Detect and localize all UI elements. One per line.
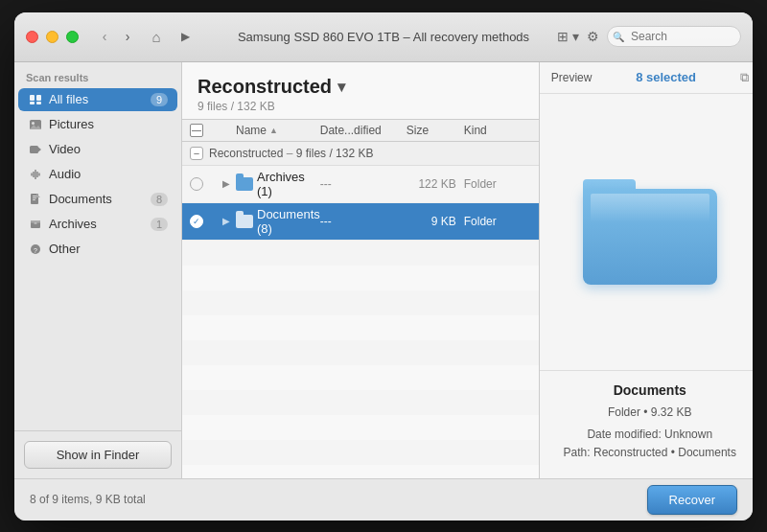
maximize-button[interactable] [66,31,79,43]
file-panel: Reconstructed ▾ 9 files / 132 KB — Name … [182,62,540,478]
sidebar-item-pictures[interactable]: Pictures [18,113,177,136]
preview-label: Preview [551,71,593,84]
archives-expand[interactable]: ▶ [217,178,236,189]
documents-checkbox[interactable]: ✓ [190,215,217,228]
folder-body [583,189,717,285]
svg-marker-8 [38,147,41,151]
preview-filename: Documents [555,382,745,398]
sidebar-item-archives[interactable]: Archives 1 [18,213,177,236]
sidebar-label-archives: Archives [49,217,145,231]
empty-row-1 [182,241,539,266]
show-in-finder-button[interactable]: Show in Finder [24,441,172,469]
archives-checkbox[interactable] [190,177,217,191]
preview-date-line: Date modified: Unknown [555,426,745,444]
svg-rect-10 [33,196,36,197]
svg-point-5 [32,122,35,125]
sidebar-item-audio[interactable]: Audio [18,163,177,186]
status-text: 8 of 9 items, 9 KB total [30,493,647,506]
documents-folder-icon [236,215,253,228]
dropdown-arrow-icon[interactable]: ▾ [337,78,345,96]
recover-button[interactable]: Recover [647,485,737,515]
empty-row-8 [182,415,539,440]
window-title: Samsung SSD 860 EVO 1TB – All recovery m… [238,30,529,44]
svg-rect-11 [33,197,36,198]
date-col-sort[interactable]: Date...dified [320,124,407,137]
name-col-header[interactable]: Name ▲ [236,124,320,137]
file-table-body: − Reconstructed – 9 files / 132 KB ▶ [182,142,539,478]
empty-row-2 [182,266,539,290]
preview-header: Preview 8 selected ⧉ [540,62,753,94]
close-button[interactable] [26,31,38,43]
kind-col-sort[interactable]: Kind [464,124,531,137]
size-col-header[interactable]: Size [407,124,464,137]
archives-filename: Archives (1) [257,170,320,198]
titlebar: ‹ › ⌂ ▶ Samsung SSD 860 EVO 1TB – All re… [14,12,753,62]
sidebar-item-documents[interactable]: Documents 8 [18,188,177,211]
sidebar-label-other: Other [49,242,168,256]
sidebar-count-all-files: 9 [151,93,168,106]
selected-count: 8 selected [636,70,696,84]
sidebar-item-all-files[interactable]: All files 9 [18,88,177,111]
nav-arrows: ‹ › [94,26,138,47]
size-col-sort[interactable]: Size [407,124,464,137]
search-input[interactable] [607,26,741,47]
window-controls [26,31,79,43]
header-checkbox[interactable]: — [190,124,203,137]
sidebar-label-audio: Audio [49,167,168,181]
home-icon[interactable]: ⌂ [146,26,167,47]
folder-highlight [591,194,709,222]
group-collapse-button[interactable]: − [190,147,203,160]
file-row-archives[interactable]: ▶ Archives (1) --- 122 KB Folder [182,166,539,203]
svg-rect-3 [36,102,41,104]
check-col-header: — [190,124,217,137]
documents-expand[interactable]: ▶ [217,216,236,226]
minimize-button[interactable] [46,31,58,43]
documents-kind: Folder [464,215,531,228]
group-header-name: Reconstructed – 9 files / 132 KB [209,147,373,160]
name-col-sort[interactable]: Name ▲ [236,124,320,137]
bottom-bar: 8 of 9 items, 9 KB total Recover [14,478,753,520]
kind-col-header[interactable]: Kind [464,124,531,137]
sidebar-section-label: Scan results [14,62,181,87]
forward-button[interactable]: › [117,26,138,47]
preview-info: Documents Folder • 9.32 KB Date modified… [540,370,753,478]
empty-row-6 [182,365,539,390]
sidebar-label-video: Video [49,142,168,156]
view-toggle[interactable]: ⊞ ▾ [557,29,579,44]
archives-size: 122 KB [407,177,464,191]
empty-row-9 [182,440,539,465]
sidebar-item-video[interactable]: Video [18,138,177,161]
documents-check-circle: ✓ [190,215,203,228]
empty-row-3 [182,290,539,315]
titlebar-right: ⊞ ▾ ⚙ [557,26,741,47]
archives-folder-icon [236,177,253,191]
file-row-documents[interactable]: ✓ ▶ Documents (8) --- 9 KB Folder [182,203,539,241]
empty-row-7 [182,390,539,415]
preview-type-size: Folder • 9.32 KB [555,404,745,422]
other-icon: ? [28,242,43,257]
preview-path-line: Path: Reconstructed • Documents [555,444,745,462]
pictures-icon [28,117,43,132]
search-wrapper [607,26,741,47]
svg-text:?: ? [34,246,37,253]
archives-date: --- [320,177,407,191]
settings-icon[interactable]: ⚙ [587,29,599,44]
preview-panel: Preview 8 selected ⧉ Documents Folder [540,62,753,478]
date-col-header[interactable]: Date...dified [320,124,407,137]
play-icon[interactable]: ▶ [174,26,196,47]
back-button[interactable]: ‹ [94,26,115,47]
archives-name-cell: Archives (1) [236,170,320,198]
svg-rect-0 [30,95,35,101]
empty-row-10 [182,465,539,478]
sidebar: Scan results All files 9 Pictures Video [14,62,182,478]
sidebar-label-documents: Documents [49,192,145,206]
content-area: Scan results All files 9 Pictures Video [14,62,753,478]
preview-image-area [540,94,753,370]
sidebar-footer: Show in Finder [14,430,181,478]
svg-rect-12 [33,199,35,200]
copy-icon[interactable]: ⧉ [740,70,749,85]
main-window: ‹ › ⌂ ▶ Samsung SSD 860 EVO 1TB – All re… [14,12,753,520]
sidebar-item-other[interactable]: ? Other [18,238,177,261]
documents-size: 9 KB [407,215,464,228]
svg-marker-13 [36,194,40,197]
